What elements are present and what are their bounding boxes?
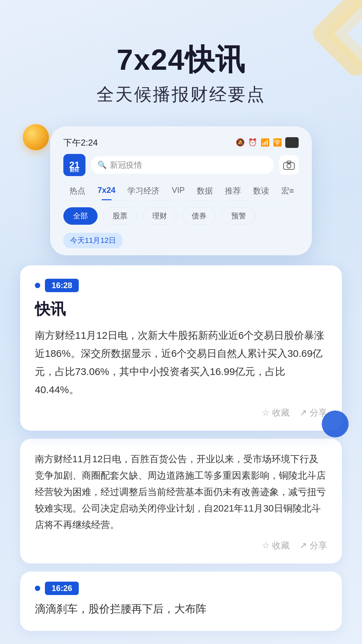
news-card-3-section: 16:26 滴滴刹车，股价拦腰再下后，大布阵 [0,572,362,631]
camera-button[interactable] [279,155,299,175]
share-icon-1: ↗ [300,408,307,418]
hero-section: 7x24快讯 全天候播报财经要点 [0,0,362,120]
status-bar: 下午2:24 🔕 ⏰ 📶 🛜 73 [60,137,302,149]
svg-point-1 [287,164,291,168]
tab-macro[interactable]: 宏≡ [275,183,300,200]
alarm-icon: ⏰ [248,138,257,147]
date-badge: 今天11月12日 [63,233,123,248]
tab-7x24[interactable]: 7x24 [92,183,121,200]
share-label-2: 分享 [310,540,327,551]
app-header: 21 财经 🔍 新冠疫情 [60,154,302,176]
hero-subtitle: 全天候播报财经要点 [0,83,362,106]
status-time: 下午2:24 [63,137,98,149]
date-badge-row: 今天11月12日 [60,233,302,255]
chip-all[interactable]: 全部 [63,207,98,225]
news-card-2: 南方财经11月12日电，百胜百货公告，开业以来，受市场环境下行及竞争加剧、商圈配… [20,439,342,564]
logo-text: 财经 [63,167,85,173]
share-icon-2: ↗ [300,540,307,551]
news-card-3-header: 16:26 [35,582,327,595]
save-button-1[interactable]: ☆ 收藏 [262,407,290,419]
hero-title: 7x24快讯 [0,44,362,76]
news-card-1-actions: ☆ 收藏 ↗ 分享 [35,407,327,419]
star-icon-1: ☆ [262,408,269,418]
share-button-1[interactable]: ↗ 分享 [300,407,327,419]
blue-circle-deco [322,411,349,437]
tab-shudu[interactable]: 数读 [247,183,275,200]
mute-icon: 🔕 [236,138,245,147]
save-button-2[interactable]: ☆ 收藏 [262,540,290,551]
phone-mockup-wrapper: 下午2:24 🔕 ⏰ 📶 🛜 73 21 财经 🔍 新冠疫情 [0,126,362,255]
share-button-2[interactable]: ↗ 分享 [300,540,327,551]
news-card-1: 16:28 快讯 南方财经11月12日电，次新大牛股拓新药业近6个交易日股价暴涨… [20,265,342,431]
search-icon: 🔍 [98,161,107,169]
news-card-2-section: 南方财经11月12日电，百胜百货公告，开业以来，受市场环境下行及竞争加剧、商圈配… [0,439,362,564]
save-label-1: 收藏 [272,407,290,419]
chip-bonds[interactable]: 债券 [182,207,216,225]
chip-stocks[interactable]: 股票 [103,207,137,225]
app-logo[interactable]: 21 财经 [63,154,85,176]
search-placeholder-text: 新冠疫情 [110,160,142,170]
chip-alert[interactable]: 预警 [222,207,256,225]
chip-finance[interactable]: 理财 [142,207,177,225]
news-card-1-body: 南方财经11月12日电，次新大牛股拓新药业近6个交易日股价暴涨近186%。深交所… [35,326,327,399]
news-card-1-title: 快讯 [35,299,327,320]
star-icon-2: ☆ [262,540,269,551]
news-card-3-title: 滴滴刹车，股价拦腰再下后，大布阵 [35,600,327,618]
news-dot-1 [35,283,40,288]
news-card-section: 16:28 快讯 南方财经11月12日电，次新大牛股拓新药业近6个交易日股价暴涨… [0,265,362,431]
battery-badge: 73 [285,137,299,148]
news-card-3: 16:26 滴滴刹车，股价拦腰再下后，大布阵 [20,572,342,631]
tab-vip[interactable]: VIP [166,183,191,200]
news-card-1-header: 16:28 [35,279,327,292]
signal-icon: 📶 [260,138,269,147]
nav-tabs: 热点 7x24 学习经济 VIP 数据 推荐 数读 宏≡ [60,183,302,201]
wifi-icon: 🛜 [273,138,282,147]
news-time-badge-3: 16:26 [45,582,79,595]
tab-recommend[interactable]: 推荐 [219,183,247,200]
save-label-2: 收藏 [272,540,290,551]
tab-data[interactable]: 数据 [191,183,219,200]
news-time-badge-1: 16:28 [45,279,79,292]
filter-chips: 全部 股票 理财 债券 预警 [60,207,302,225]
news-card-2-body: 南方财经11月12日电，百胜百货公告，开业以来，受市场环境下行及竞争加剧、商圈配… [35,451,327,533]
tab-learn-economy[interactable]: 学习经济 [121,183,166,200]
status-icons: 🔕 ⏰ 📶 🛜 73 [236,137,299,148]
news-card-2-actions: ☆ 收藏 ↗ 分享 [35,540,327,551]
news-dot-3 [35,586,40,591]
tab-hot[interactable]: 热点 [63,183,92,200]
phone-mockup: 下午2:24 🔕 ⏰ 📶 🛜 73 21 财经 🔍 新冠疫情 [50,126,312,255]
search-bar[interactable]: 🔍 新冠疫情 [91,156,274,174]
